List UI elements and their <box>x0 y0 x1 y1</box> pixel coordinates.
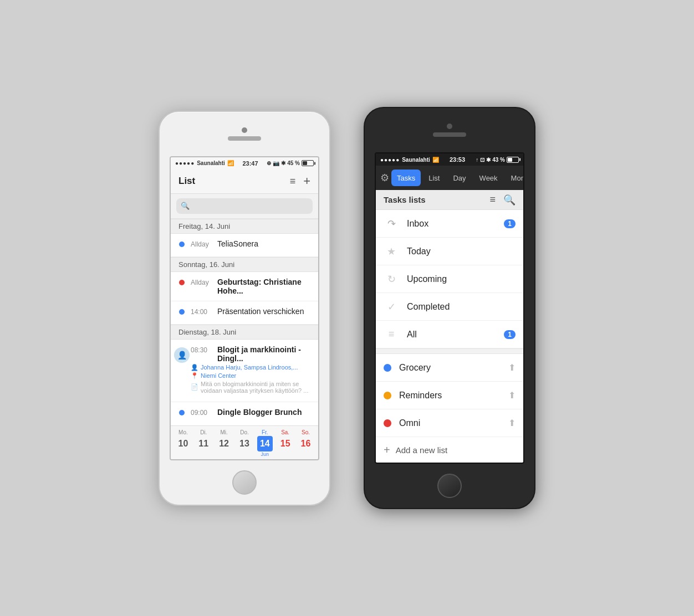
share-icon[interactable]: ⬆ <box>508 390 516 401</box>
camera <box>242 127 247 133</box>
white-phone-bottom <box>160 460 329 505</box>
add-button[interactable]: + <box>303 174 310 188</box>
calendar-bar: Mo. 10 Di. 11 Mi. 12 Do. 13 Fr. 14 Jun S… <box>171 425 318 459</box>
event-prasentation[interactable]: 14:00 Präsentation verschicken <box>171 301 318 325</box>
task-item-today[interactable]: ★ Today <box>376 238 523 265</box>
event-dot <box>179 280 185 285</box>
location-icon: 📍 <box>191 372 198 379</box>
hamburger-button[interactable]: ≡ <box>290 176 296 187</box>
bt-icon: ✱ <box>486 157 491 163</box>
cal-day-mi[interactable]: Mi. 12 <box>214 429 234 457</box>
battery <box>302 160 314 166</box>
nav-title: List <box>178 176 195 187</box>
battery-fill <box>303 161 307 165</box>
search-input[interactable]: 🔍 <box>176 198 313 214</box>
battery-pct: 43 % <box>492 157 505 163</box>
white-screen: ●●●●● Saunalahti 📶 23:47 ⊕ 📷 ✱ 45 % List… <box>170 156 319 460</box>
add-list-item[interactable]: + Add a new list <box>376 437 523 463</box>
omni-label: Omni <box>399 418 501 428</box>
cal-day-so[interactable]: So. 16 <box>295 429 315 457</box>
tasks-header: Tasks lists ≡ 🔍 <box>376 190 523 210</box>
event-dingle[interactable]: 09:00 Dingle Blogger Brunch <box>171 402 318 425</box>
cal-day-di[interactable]: Di. 11 <box>193 429 213 457</box>
event-teliasonera[interactable]: Allday TeliaSonera <box>171 234 318 257</box>
date-section-2: Sonntag, 16. Juni <box>171 257 318 272</box>
gear-button[interactable]: ⚙ <box>380 169 389 187</box>
date-section-3: Dienstag, 18. Juni <box>171 325 318 340</box>
omni-dot <box>384 419 391 427</box>
carrier: Saunalahti <box>402 157 430 163</box>
reminders-label: Reminders <box>399 391 501 401</box>
speaker <box>228 136 261 141</box>
gps-icon: ⊕ <box>267 160 271 166</box>
task-item-grocery[interactable]: Grocery ⬆ <box>376 354 523 382</box>
cal-day-sa[interactable]: Sa. 15 <box>275 429 295 457</box>
date-section-1: Freitag, 14. Juni <box>171 219 318 234</box>
add-icon: + <box>384 444 390 455</box>
task-item-upcoming[interactable]: ↻ Upcoming <box>376 265 523 293</box>
white-phone-top <box>160 112 329 156</box>
tab-tasks[interactable]: Tasks <box>391 170 421 186</box>
wifi-icon: 📶 <box>432 157 439 163</box>
task-list: ↷ Inbox 1 ★ Today ↻ Upcoming ✓ Completed <box>376 210 523 463</box>
search-bar: 🔍 <box>171 194 318 219</box>
note-icon: 📄 <box>191 383 198 391</box>
inbox-badge: 1 <box>504 219 516 228</box>
event-blogit[interactable]: 👤 08:30 Blogit ja markkinointi -Dingl...… <box>171 340 318 402</box>
event-dot <box>179 242 185 247</box>
speaker <box>433 132 466 137</box>
event-geburtstag[interactable]: Allday Geburtstag: Christiane Hohe... <box>171 272 318 301</box>
black-phone-top <box>365 108 534 152</box>
search-icon: 🔍 <box>181 202 190 210</box>
black-screen: ●●●●● Saunalahti 📶 23:53 ↑ ⊡ ✱ 43 % ⚙ Ta… <box>375 152 524 464</box>
tab-day[interactable]: Day <box>447 170 471 186</box>
time: 23:53 <box>450 156 465 163</box>
inbox-label: Inbox <box>407 219 496 229</box>
wifi-icon: 📶 <box>227 160 234 166</box>
status-bar-black: ●●●●● Saunalahti 📶 23:53 ↑ ⊡ ✱ 43 % <box>376 153 523 166</box>
photo-icon: 📷 <box>273 160 279 166</box>
cal-day-mo[interactable]: Mo. 10 <box>173 429 193 457</box>
task-item-inbox[interactable]: ↷ Inbox 1 <box>376 210 523 238</box>
cal-day-do[interactable]: Do. 13 <box>234 429 254 457</box>
home-button[interactable] <box>437 474 462 498</box>
section-divider <box>376 348 523 354</box>
battery-fill <box>508 158 512 162</box>
black-phone-bottom <box>365 464 534 508</box>
task-item-omni[interactable]: Omni ⬆ <box>376 409 523 437</box>
carrier: Saunalahti <box>197 160 225 166</box>
battery <box>507 157 519 163</box>
share-icon[interactable]: ⬆ <box>508 418 516 428</box>
task-item-completed[interactable]: ✓ Completed <box>376 293 523 321</box>
share-icon[interactable]: ⬆ <box>508 362 516 373</box>
tab-list[interactable]: List <box>423 170 445 186</box>
all-icon: ≡ <box>384 327 399 342</box>
today-icon: ★ <box>384 244 399 259</box>
upcoming-label: Upcoming <box>407 274 516 284</box>
tab-month[interactable]: Month <box>506 170 524 186</box>
camera <box>447 124 452 129</box>
gps-icon: ↑ <box>476 157 478 163</box>
event-dot <box>179 410 185 415</box>
task-item-reminders[interactable]: Reminders ⬆ <box>376 382 523 409</box>
event-dot <box>179 309 185 315</box>
photo-icon: ⊡ <box>480 157 484 163</box>
toolbar: ⚙ Tasks List Day Week Month 31 <box>376 166 523 190</box>
tasks-header-title: Tasks lists <box>384 195 426 204</box>
home-button[interactable] <box>232 470 257 495</box>
reminders-dot <box>384 392 391 399</box>
nav-bar: List ≡ + <box>171 170 318 194</box>
cal-day-fr[interactable]: Fr. 14 Jun <box>255 429 275 457</box>
all-label: All <box>407 330 496 340</box>
tab-week[interactable]: Week <box>474 170 503 186</box>
bt-icon: ✱ <box>281 160 285 166</box>
task-item-all[interactable]: ≡ All 1 <box>376 321 523 348</box>
inbox-icon: ↷ <box>384 216 399 232</box>
hamburger-icon[interactable]: ≡ <box>489 194 496 206</box>
status-bar: ●●●●● Saunalahti 📶 23:47 ⊕ 📷 ✱ 45 % <box>171 157 318 170</box>
battery-pct: 45 % <box>287 160 300 166</box>
all-badge: 1 <box>504 330 516 339</box>
search-icon[interactable]: 🔍 <box>503 194 516 206</box>
completed-icon: ✓ <box>384 299 399 315</box>
white-phone: ●●●●● Saunalahti 📶 23:47 ⊕ 📷 ✱ 45 % List… <box>159 111 330 506</box>
